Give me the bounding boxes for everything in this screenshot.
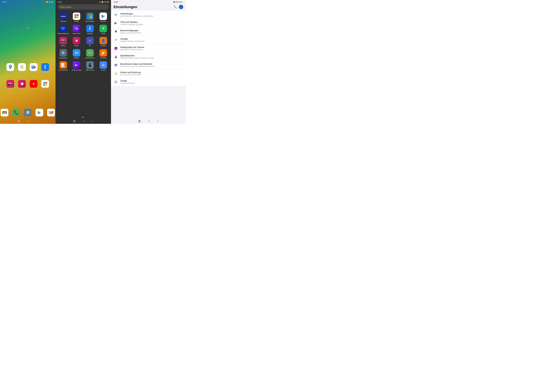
drawer-app-google[interactable]: Google <box>70 11 83 23</box>
drawer-app-kamera[interactable]: 📷 Kamera <box>57 36 70 48</box>
drawer-app-playmusik[interactable]: Play Musik <box>97 48 110 60</box>
drawer-app-game[interactable]: ◉× Game Launcher <box>70 60 83 72</box>
wifi-icon: 📶 <box>46 1 48 3</box>
svg-rect-26 <box>74 16 76 18</box>
settings-item-sperrbildschirm[interactable]: Sperrbildschirm Sperrbildschirmtyp, Alwa… <box>111 53 186 61</box>
dock-chrome[interactable] <box>47 109 56 119</box>
sms-label: SMS Services <box>86 69 94 71</box>
sperrbildschirm-icon <box>114 54 118 59</box>
app-kamera[interactable]: 📷 Kamera <box>6 80 15 90</box>
user-avatar[interactable]: 👤 <box>179 5 183 9</box>
mute-icon2: 🔕 <box>99 1 101 3</box>
google-icon: G <box>18 63 26 71</box>
settings-back-btn[interactable]: ‹ <box>158 120 158 122</box>
app-google2[interactable]: Google <box>41 80 50 90</box>
search-icon[interactable]: 🔍 <box>173 5 177 9</box>
drawer-app-facebook[interactable]: f Facebook <box>83 24 97 35</box>
spotify-icon <box>99 25 107 32</box>
settings-item-verbindungen[interactable]: Verbindungen WLAN, Bluetooth, Datennutzu… <box>111 11 186 19</box>
drawer-back-btn[interactable]: ‹ <box>92 120 93 122</box>
dock-gmail[interactable]: Gmail <box>0 109 9 119</box>
drawer-app-spotify[interactable]: Spotify <box>97 24 110 35</box>
drawer-app-samsung[interactable]: SAMSUNG Samsung <box>57 11 70 23</box>
benachrichtigungen-icon <box>114 29 118 34</box>
svg-rect-10 <box>43 84 45 86</box>
kalender-label: Kalender <box>74 57 79 59</box>
svg-rect-3 <box>32 66 34 67</box>
settings-item-konten[interactable]: Konten und Sicherung Samsung Cloud, Smar… <box>111 69 186 78</box>
settings-item-toene[interactable]: Töne und Vibration Tonmodus, Klingelton,… <box>111 19 186 27</box>
avatar-icon: 👤 <box>180 5 183 8</box>
dock-playstore[interactable] <box>35 109 44 119</box>
back-btn[interactable]: ‹ <box>37 120 38 122</box>
drawer-app-galaxystore[interactable]: 🛍 Galaxy Store <box>70 24 83 35</box>
galaxystore-label: Galaxy Store <box>73 33 81 34</box>
settings-item-anzeige[interactable]: Anzeige Helligkeit, Blaufilter, Startbil… <box>111 36 186 44</box>
drawer-app-gboard[interactable]: G Gboard <box>97 60 110 72</box>
dock-phone[interactable]: 📞 <box>12 109 21 119</box>
drawer-app-kalender[interactable]: 20 Kalender <box>70 48 83 60</box>
drawer-home-btn[interactable]: ○ <box>83 120 84 122</box>
drawer-app-kontakte[interactable]: 👤 Kontakte <box>97 36 110 48</box>
google2-icon <box>41 80 49 88</box>
benachrichtigungen-text: Benachrichtigungen Sperren, zulassen, pr… <box>120 29 183 34</box>
app-google[interactable]: G Google <box>17 63 27 73</box>
drawer-status-bar: 12:50 🔕 📶 51%🔋 <box>56 0 111 3</box>
drawer-app-uhr[interactable]: ✓ Uhr <box>83 36 97 48</box>
drawer-app-einstellungen[interactable]: ⚙ Einstellungen <box>57 48 70 60</box>
home-background <box>0 0 56 124</box>
drawer-app-sms[interactable]: 📱 SMS Services <box>83 60 97 72</box>
verbindungen-text: Verbindungen WLAN, Bluetooth, Datennutzu… <box>120 13 183 17</box>
settings-item-benachrichtigungen[interactable]: Benachrichtigungen Sperren, zulassen, pr… <box>111 27 186 36</box>
drawer-page-dots <box>56 117 111 118</box>
app-news[interactable]: News <box>29 63 38 73</box>
google-label: Google <box>20 72 24 73</box>
kamera-drawer-label: Kamera <box>61 45 66 47</box>
settings-status-icons: 🔕 📶 51%🔋 <box>173 1 183 3</box>
benachrichtigungen-label: Benachrichtigungen <box>120 29 183 32</box>
svg-rect-30 <box>88 16 90 18</box>
settings-item-hintergruende[interactable]: Hintergründe und Themes Hintergründe, Th… <box>111 44 186 53</box>
dock-settings[interactable]: ⚙ <box>23 109 32 119</box>
verbindungen-sublabel: WLAN, Bluetooth, Datennutzung, Offline-M… <box>120 15 183 17</box>
google-settings-sublabel: Google-Einstellungen <box>120 82 183 84</box>
facebook-label: Facebook <box>42 72 48 73</box>
app-facebook[interactable]: f Facebook <box>41 63 50 73</box>
drawer-app-playstore[interactable]: Play Store <box>97 11 110 23</box>
google2-label: Google <box>43 88 47 90</box>
finder-suche-label: Finder-Suche <box>60 6 71 8</box>
einstellungen-drawer-label: Einstellungen <box>59 57 67 59</box>
app-youtube[interactable]: YouTube <box>29 80 38 90</box>
recent-apps-btn[interactable]: ||| <box>18 120 20 122</box>
more-options-icon[interactable]: ⋮ <box>105 6 107 8</box>
drawer-app-snotes[interactable]: 📝 Samsung Notes <box>57 60 70 72</box>
playstore-icon <box>35 109 43 116</box>
settings-home-btn[interactable]: ○ <box>148 120 150 122</box>
app-galerie[interactable]: ❀ Galerie <box>17 80 27 90</box>
benachrichtigungen-sublabel: Sperren, zulassen, priorisieren <box>120 32 183 34</box>
home-status-bar: 12:49 🔕 📶 51%🔋 <box>0 0 56 3</box>
drawer-recent-btn[interactable]: ||| <box>73 120 75 122</box>
drawer-app-samsungmem[interactable]: 💙 Samsung Members <box>57 24 70 35</box>
settings-recent-btn[interactable]: ||| <box>139 120 140 122</box>
svg-rect-27 <box>77 16 79 18</box>
drawer-app-galerie[interactable]: ❀ Galerie <box>70 36 83 48</box>
svg-rect-9 <box>45 82 47 84</box>
playmusik-label: Play Musik <box>100 57 106 59</box>
drawer-search-bar[interactable]: Finder-Suche ⋮ <box>57 4 109 10</box>
drawer-app-rechner[interactable]: ±÷ Taschenrechner <box>83 48 97 60</box>
drawer-app-microsoft[interactable]: Microsoft Apps <box>83 11 97 23</box>
settings-page-title: Einstellungen <box>114 5 137 9</box>
app-maps[interactable]: Maps <box>6 63 15 73</box>
settings-item-google[interactable]: G Google Google-Einstellungen <box>111 78 186 86</box>
gboard-icon: G <box>99 61 107 69</box>
kontakte-label: Kontakte <box>101 45 106 47</box>
drawer-app-grid: SAMSUNG Samsung Google <box>56 11 111 72</box>
home-row-2: 📷 Kamera ❀ Galerie YouTube Google <box>0 80 56 90</box>
microsoft-icon <box>86 13 94 20</box>
home-btn[interactable]: ○ <box>27 120 29 122</box>
svg-rect-5 <box>34 66 36 68</box>
svg-point-36 <box>101 26 106 31</box>
settings-item-biometrie[interactable]: Biometrische Daten und Sicherheit Gesich… <box>111 61 186 69</box>
toene-icon <box>114 21 118 25</box>
